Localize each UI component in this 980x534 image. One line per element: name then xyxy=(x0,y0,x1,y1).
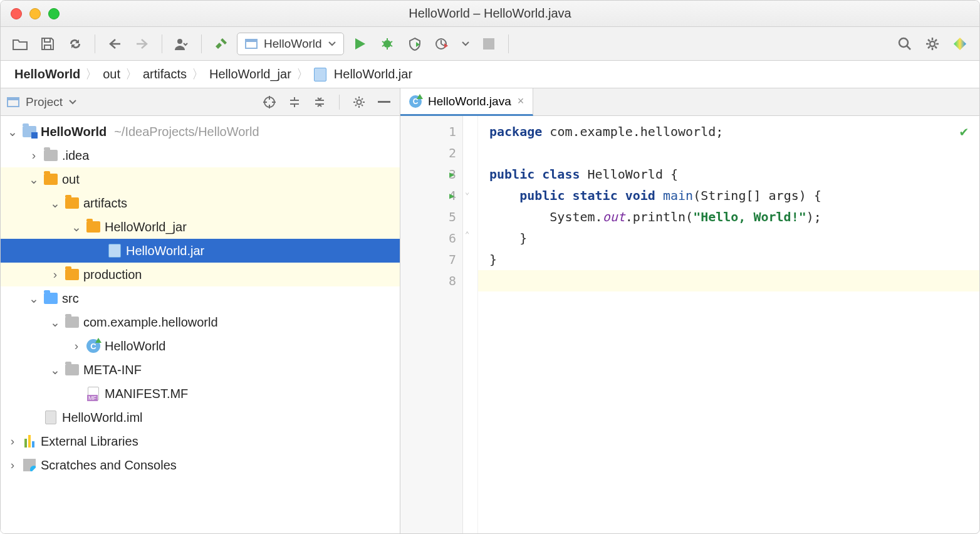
forward-icon[interactable] xyxy=(130,32,154,56)
close-window-button[interactable] xyxy=(11,8,22,19)
libraries-icon xyxy=(24,435,34,448)
chevron-right-icon: 〉 xyxy=(85,66,98,83)
chevron-down-icon[interactable]: ⌄ xyxy=(71,220,82,234)
jetbrains-icon[interactable] xyxy=(948,32,972,56)
folder-icon xyxy=(44,174,58,185)
open-icon[interactable] xyxy=(8,32,32,56)
crumb-out[interactable]: out xyxy=(98,66,125,83)
chevron-down-icon[interactable]: ⌄ xyxy=(50,196,61,211)
coverage-icon[interactable] xyxy=(403,32,427,56)
package-icon xyxy=(65,317,79,328)
crumb-jar-file[interactable]: HelloWorld.jar xyxy=(309,66,417,83)
minimize-window-button[interactable] xyxy=(29,8,41,19)
stop-icon[interactable] xyxy=(477,32,501,56)
sidebar-title[interactable]: Project xyxy=(26,95,63,109)
gear-icon[interactable] xyxy=(350,93,368,112)
svg-point-3 xyxy=(383,40,391,48)
refresh-icon[interactable] xyxy=(63,32,87,56)
separator xyxy=(201,34,202,53)
target-icon[interactable] xyxy=(260,93,279,112)
editor-tabbar: C HelloWorld.java × xyxy=(400,88,979,116)
window-icon xyxy=(7,97,19,107)
back-icon[interactable] xyxy=(103,32,127,56)
separator xyxy=(162,34,162,53)
minimize-icon[interactable] xyxy=(375,93,394,112)
scratch-icon xyxy=(23,459,36,471)
svg-point-0 xyxy=(177,39,182,44)
tree-item-jar-file[interactable]: HelloWorld.jar xyxy=(1,239,400,263)
tree-root[interactable]: ⌄ HelloWorld ~/IdeaProjects/HelloWorld xyxy=(1,120,400,144)
chevron-down-icon[interactable]: ⌄ xyxy=(28,291,39,306)
line-gutter: 1 2 3▶ 4▶ 5 6 7 8 xyxy=(400,116,463,533)
code-editor[interactable]: 1 2 3▶ 4▶ 5 6 7 8 ⌄ ⌃ package com.exampl… xyxy=(400,116,979,533)
tree-item-scratches[interactable]: › Scratches and Consoles xyxy=(1,453,400,477)
run-gutter-icon[interactable]: ▶ xyxy=(449,164,454,185)
debug-icon[interactable] xyxy=(375,32,399,56)
folder-icon xyxy=(44,150,58,161)
crumb-jar-folder[interactable]: HelloWorld_jar xyxy=(204,66,296,83)
settings-icon[interactable] xyxy=(920,32,944,56)
chevron-down-icon[interactable]: ⌄ xyxy=(28,172,39,187)
editor-panel: C HelloWorld.java × 1 2 3▶ 4▶ 5 6 7 8 ⌄ … xyxy=(400,88,979,533)
run-config-selector[interactable]: HelloWorld xyxy=(237,33,344,55)
window-icon xyxy=(245,39,258,49)
profile-icon[interactable] xyxy=(430,32,454,56)
chevron-right-icon: 〉 xyxy=(125,66,138,83)
svg-rect-5 xyxy=(483,38,494,50)
save-icon[interactable] xyxy=(36,32,60,56)
crumb-project[interactable]: HelloWorld xyxy=(9,66,85,83)
chevron-right-icon[interactable]: › xyxy=(71,339,82,353)
chevron-down-icon[interactable] xyxy=(462,41,469,46)
tree-item-iml[interactable]: HelloWorld.iml xyxy=(1,406,400,429)
tree-item-production[interactable]: › production xyxy=(1,263,400,286)
search-icon[interactable] xyxy=(893,32,917,56)
code-content[interactable]: package com.example.helloworld; public c… xyxy=(478,116,979,533)
tree-item-out[interactable]: ⌄ out xyxy=(1,167,400,191)
chevron-right-icon: 〉 xyxy=(296,66,309,83)
tree-item-package[interactable]: ⌄ com.example.helloworld xyxy=(1,310,400,334)
chevron-down-icon[interactable] xyxy=(69,100,76,105)
chevron-right-icon[interactable]: › xyxy=(7,434,18,448)
tree-item-metainf[interactable]: ⌄ META-INF xyxy=(1,358,400,382)
inspection-ok-icon[interactable]: ✔ xyxy=(960,123,968,139)
expand-all-icon[interactable] xyxy=(285,93,304,112)
chevron-right-icon: 〉 xyxy=(192,66,204,83)
project-sidebar: Project ⌄ HelloWorld ~/IdeaProjects/Hell… xyxy=(1,88,400,533)
main-toolbar: HelloWorld xyxy=(1,27,979,61)
tree-item-artifacts[interactable]: ⌄ artifacts xyxy=(1,191,400,215)
window-title: HelloWorld – HelloWorld.java xyxy=(409,6,571,21)
user-icon[interactable] xyxy=(170,32,194,56)
tree-item-jar-folder[interactable]: ⌄ HelloWorld_jar xyxy=(1,215,400,239)
chevron-right-icon[interactable]: › xyxy=(7,458,18,472)
chevron-down-icon[interactable]: ⌄ xyxy=(50,363,61,377)
chevron-right-icon[interactable]: › xyxy=(50,268,61,281)
zoom-window-button[interactable] xyxy=(48,8,60,19)
tree-item-manifest[interactable]: MANIFEST.MF xyxy=(1,382,400,406)
tree-item-external-libs[interactable]: › External Libraries xyxy=(1,429,400,453)
chevron-down-icon[interactable]: ⌄ xyxy=(7,125,18,139)
folder-icon xyxy=(44,293,58,304)
svg-rect-12 xyxy=(378,101,390,103)
collapse-all-icon[interactable] xyxy=(310,93,329,112)
crumb-artifacts[interactable]: artifacts xyxy=(138,66,192,83)
tree-item-idea[interactable]: › .idea xyxy=(1,144,400,167)
chevron-down-icon[interactable]: ⌄ xyxy=(50,315,61,330)
chevron-right-icon[interactable]: › xyxy=(28,149,39,162)
svg-rect-9 xyxy=(8,98,19,100)
titlebar: HelloWorld – HelloWorld.java xyxy=(1,1,979,27)
fold-icon[interactable]: ⌃ xyxy=(465,230,469,239)
editor-tab[interactable]: C HelloWorld.java × xyxy=(400,88,533,116)
tree-item-class[interactable]: › C HelloWorld xyxy=(1,334,400,358)
build-icon[interactable] xyxy=(209,32,233,56)
fold-icon[interactable]: ⌄ xyxy=(465,187,469,196)
chevron-down-icon xyxy=(328,41,336,46)
tab-label: HelloWorld.java xyxy=(428,95,511,108)
breadcrumb: HelloWorld 〉 out 〉 artifacts 〉 HelloWorl… xyxy=(1,61,979,88)
run-icon[interactable] xyxy=(348,32,372,56)
svg-point-6 xyxy=(899,38,908,47)
tree-item-src[interactable]: ⌄ src xyxy=(1,286,400,310)
close-tab-icon[interactable]: × xyxy=(518,95,524,108)
run-gutter-icon[interactable]: ▶ xyxy=(449,185,454,206)
folder-icon xyxy=(86,221,100,233)
svg-point-7 xyxy=(930,41,935,46)
